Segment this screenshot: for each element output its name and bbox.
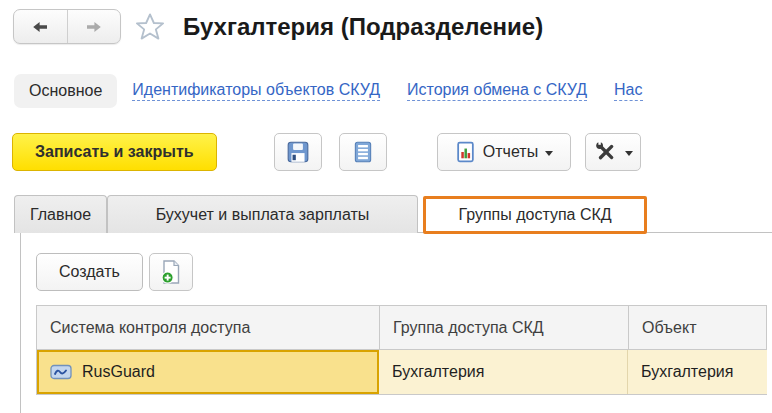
back-button[interactable]: [14, 10, 67, 43]
tab-main[interactable]: Главное: [14, 195, 107, 233]
reports-button-label: Отчеты: [483, 143, 538, 161]
nav-link-settings-clipped[interactable]: Нас: [614, 81, 642, 101]
rusguard-system-icon: [50, 364, 72, 380]
wrench-icon: [594, 140, 618, 164]
create-button[interactable]: Создать: [36, 253, 143, 291]
list-icon: [352, 140, 374, 164]
favorite-star-icon[interactable]: [133, 10, 167, 44]
window: Бухгалтерия (Подразделение) Основное Иде…: [0, 0, 772, 413]
tab-accounting-and-payroll[interactable]: Бухучет и выплата зарплаты: [107, 195, 418, 233]
cell-skd-access-group[interactable]: Бухгалтерия: [379, 350, 628, 394]
floppy-disk-icon: [286, 140, 310, 164]
history-nav-group: [13, 9, 121, 44]
page-title: Бухгалтерия (Подразделение): [183, 13, 543, 41]
new-document-plus-icon: [159, 259, 183, 286]
tools-menu-button[interactable]: [585, 133, 641, 171]
save-and-close-button[interactable]: Записать и закрыть: [12, 133, 217, 171]
dropdown-caret-icon: [545, 151, 553, 156]
column-header-object[interactable]: Объект: [628, 306, 766, 349]
table-row[interactable]: RusGuard Бухгалтерия Бухгалтерия: [36, 350, 767, 395]
reports-button[interactable]: Отчеты: [437, 133, 571, 171]
create-new-icon-button[interactable]: [149, 253, 193, 291]
back-arrow-icon: [31, 19, 49, 35]
access-groups-table: Система контроля доступа Группа доступа …: [36, 305, 767, 395]
nav-link-skud-exchange-history[interactable]: История обмена с СКУД: [407, 81, 587, 101]
forward-arrow-icon: [85, 19, 103, 35]
nav-item-main[interactable]: Основное: [14, 74, 117, 108]
cell-system-value: RusGuard: [82, 363, 155, 381]
save-button[interactable]: [274, 133, 322, 171]
cell-object[interactable]: Бухгалтерия: [628, 350, 767, 394]
table-header-row: Система контроля доступа Группа доступа …: [36, 305, 767, 350]
section-navbar: Основное Идентификаторы объектов СКУД Ис…: [14, 72, 643, 110]
nav-link-skud-object-ids[interactable]: Идентификаторы объектов СКУД: [132, 81, 380, 101]
report-chart-icon: [455, 141, 476, 163]
forward-button[interactable]: [67, 10, 121, 43]
column-header-skd-access-group[interactable]: Группа доступа СКД: [379, 306, 628, 349]
column-header-access-control-system[interactable]: Система контроля доступа: [37, 306, 379, 349]
tab-skd-access-groups[interactable]: Группы доступа СКД: [423, 196, 647, 234]
toolbar: Записать и закрыть: [0, 133, 772, 171]
tab-content-panel: Создать Система контроля доступа Группа …: [20, 233, 772, 413]
show-in-list-button[interactable]: [339, 133, 387, 171]
cell-access-control-system-selected[interactable]: RusGuard: [37, 350, 379, 394]
dropdown-caret-icon: [625, 151, 633, 156]
